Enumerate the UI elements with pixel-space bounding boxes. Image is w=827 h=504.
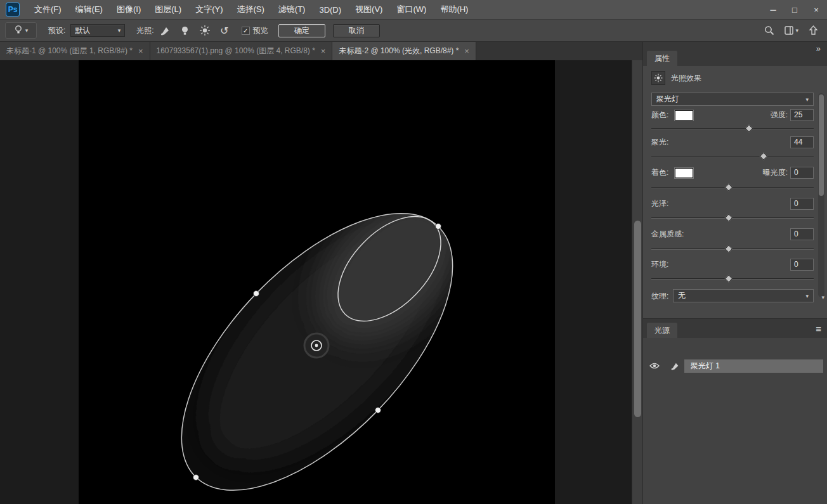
light-handle-bottom[interactable]	[193, 475, 199, 481]
tool-preset-picker[interactable]: ▾	[5, 22, 37, 39]
preview-label: 预览	[253, 25, 268, 36]
properties-body: 聚光灯 ▾ 颜色: 强度: 25 聚光: 44	[643, 90, 827, 318]
canvas-viewport[interactable]	[0, 60, 642, 504]
document-tab-bar: 未标题-1 @ 100% (图层 1, RGB/8#) * × 16079335…	[0, 42, 642, 60]
add-infinite-light-button[interactable]	[197, 22, 213, 39]
slider-track	[651, 128, 814, 129]
sun-icon	[199, 25, 211, 36]
ambience-field[interactable]: 0	[790, 259, 814, 271]
workspace-switcher-button[interactable]: ▾	[785, 22, 798, 39]
light-item-selected[interactable]: 聚光灯 1	[684, 359, 823, 373]
focus-slider[interactable]	[651, 153, 814, 160]
color-label: 颜色:	[651, 110, 668, 120]
ok-button[interactable]: 确定	[278, 24, 325, 37]
lights-panel-header: 光源 ≡	[643, 318, 827, 338]
eye-icon	[649, 362, 660, 370]
colorize-label: 着色:	[651, 167, 668, 178]
texture-select[interactable]: 无 ▾	[673, 289, 814, 302]
checkbox-check-icon: ✓	[242, 27, 250, 35]
workspace-icon	[785, 26, 795, 35]
menu-edit[interactable]: 编辑(E)	[68, 0, 110, 19]
chevron-down-icon: ▾	[25, 27, 29, 34]
gloss-field[interactable]: 0	[790, 198, 814, 210]
menu-type[interactable]: 文字(Y)	[188, 0, 230, 19]
menu-3d[interactable]: 3D(D)	[312, 0, 348, 19]
menu-help[interactable]: 帮助(H)	[433, 0, 475, 19]
metallic-row: 金属质感: 0	[651, 228, 814, 240]
scroll-down-icon[interactable]: ▾	[821, 294, 824, 300]
panel-menu-icon[interactable]: ≡	[816, 323, 821, 334]
slider-thumb[interactable]	[724, 275, 733, 283]
colorize-swatch[interactable]	[675, 168, 693, 178]
cancel-button[interactable]: 取消	[333, 24, 380, 37]
slider-thumb[interactable]	[724, 183, 733, 191]
color-intensity-row: 颜色: 强度: 25	[651, 109, 814, 121]
scrollbar-thumb[interactable]	[634, 221, 641, 417]
slider-thumb[interactable]	[745, 124, 753, 132]
document-tab-2[interactable]: 1607933567(1).png @ 100% (图层 4, RGB/8) *…	[150, 42, 333, 60]
light-type-select[interactable]: 聚光灯 ▾	[651, 93, 814, 106]
menu-select[interactable]: 选择(S)	[230, 0, 271, 19]
menu-window[interactable]: 窗口(W)	[389, 0, 433, 19]
share-button[interactable]	[809, 22, 818, 39]
scrollbar-thumb[interactable]	[819, 94, 824, 196]
light-list-item[interactable]: 聚光灯 1	[648, 359, 823, 373]
gloss-slider[interactable]	[651, 215, 814, 221]
collapse-panels-icon[interactable]: »	[816, 44, 821, 53]
menu-filter[interactable]: 滤镜(T)	[271, 0, 313, 19]
light-item-label: 聚光灯 1	[691, 361, 720, 372]
reset-lights-button[interactable]: ↺	[216, 22, 233, 39]
focus-field[interactable]: 44	[790, 136, 814, 148]
ambience-row: 环境: 0	[651, 259, 814, 271]
slider-thumb[interactable]	[724, 214, 733, 222]
menu-image[interactable]: 图像(I)	[110, 0, 148, 19]
menu-layer[interactable]: 图层(L)	[148, 0, 188, 19]
close-icon[interactable]: ×	[321, 46, 326, 56]
intensity-slider[interactable]	[651, 126, 814, 132]
properties-scrollbar[interactable]	[818, 93, 824, 297]
light-handle-top-right[interactable]	[436, 224, 441, 229]
menu-view[interactable]: 视图(V)	[348, 0, 389, 19]
metallic-slider[interactable]	[651, 246, 814, 252]
point-light-icon	[180, 25, 190, 36]
right-panel: 属性 » 光照效果 聚光灯 ▾ 颜色: 强度: 25	[642, 42, 827, 504]
preset-select[interactable]: 默认 ▾	[70, 24, 125, 37]
ambience-slider[interactable]	[651, 276, 814, 282]
menu-file[interactable]: 文件(F)	[27, 0, 68, 19]
preview-checkbox[interactable]: ✓ 预览	[242, 25, 268, 36]
search-button[interactable]	[764, 22, 774, 39]
close-icon[interactable]: ×	[464, 46, 469, 56]
preset-label: 预设:	[48, 25, 65, 36]
undo-arrow-icon: ↺	[220, 25, 228, 37]
add-spot-light-button[interactable]	[157, 22, 174, 39]
document-tab-label: 1607933567(1).png @ 100% (图层 4, RGB/8) *	[157, 46, 315, 56]
add-point-light-button[interactable]	[177, 22, 193, 39]
chevron-down-icon: ▾	[805, 96, 809, 103]
exposure-slider[interactable]	[651, 184, 814, 191]
intensity-field[interactable]: 25	[790, 109, 814, 121]
tab-lights[interactable]: 光源	[647, 323, 677, 338]
metallic-label: 金属质感:	[651, 229, 684, 240]
tab-properties[interactable]: 属性	[647, 51, 677, 66]
intensity-label: 强度:	[771, 110, 788, 120]
light-bulb-icon	[14, 25, 23, 37]
maximize-button[interactable]: □	[784, 0, 805, 19]
chevron-down-icon: ▾	[805, 293, 809, 299]
lighting-gizmo-overlay[interactable]	[0, 60, 630, 504]
slider-thumb[interactable]	[759, 152, 767, 160]
minimize-button[interactable]: ─	[762, 0, 784, 19]
canvas-vertical-scrollbar[interactable]	[632, 60, 642, 504]
slider-thumb[interactable]	[724, 245, 733, 253]
exposure-field[interactable]: 0	[790, 167, 814, 179]
document-tab-3-active[interactable]: 未标题-2 @ 100% (光效, RGB/8#) * ×	[332, 42, 476, 60]
close-button[interactable]: ×	[805, 0, 827, 19]
light-color-swatch[interactable]	[675, 110, 693, 120]
light-handle-left[interactable]	[254, 291, 259, 297]
document-tab-1[interactable]: 未标题-1 @ 100% (图层 1, RGB/8#) * ×	[0, 42, 150, 60]
window-controls: ─ □ ×	[762, 0, 827, 19]
light-handle-right[interactable]	[375, 408, 381, 413]
visibility-toggle[interactable]	[648, 362, 661, 370]
close-icon[interactable]: ×	[138, 46, 143, 56]
main-area: 未标题-1 @ 100% (图层 1, RGB/8#) * × 16079335…	[0, 42, 827, 504]
metallic-field[interactable]: 0	[790, 228, 814, 240]
